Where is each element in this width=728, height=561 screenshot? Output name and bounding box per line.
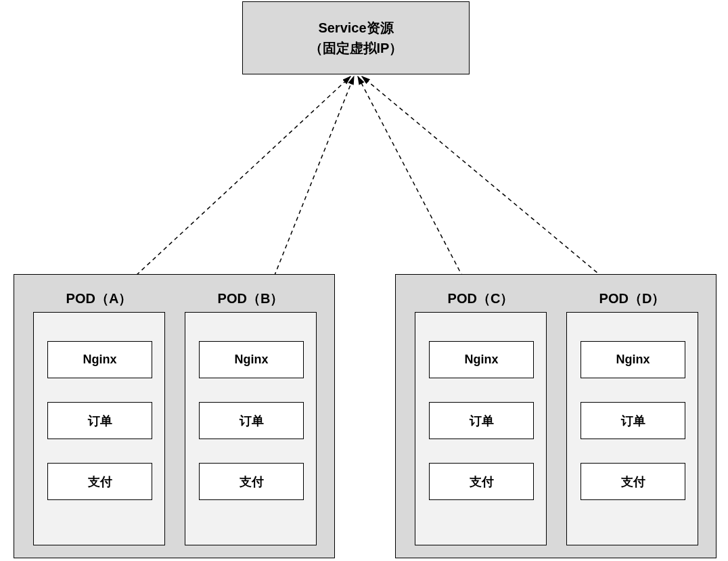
pod-c-item-order: 订单 — [429, 402, 534, 439]
service-title-line2: （固定虚拟IP） — [309, 38, 403, 58]
pod-b-item-payment: 支付 — [199, 463, 304, 500]
pod-a-title: POD（A） — [34, 290, 164, 308]
pod-d-title: POD（D） — [567, 290, 698, 308]
pod-a-item-nginx: Nginx — [47, 341, 152, 378]
service-resource-box: Service资源 （固定虚拟IP） — [242, 1, 470, 74]
pod-d-box: POD（D） Nginx 订单 支付 — [566, 312, 698, 545]
pod-a-item-payment: 支付 — [47, 463, 152, 500]
pod-d-item-order: 订单 — [581, 402, 685, 439]
pod-d-item-nginx: Nginx — [581, 341, 685, 378]
pod-c-box: POD（C） Nginx 订单 支付 — [415, 312, 547, 545]
service-title-line1: Service资源 — [318, 18, 393, 38]
pod-c-title: POD（C） — [415, 290, 546, 308]
pod-a-box: POD（A） Nginx 订单 支付 — [33, 312, 165, 545]
pod-group-left: POD（A） Nginx 订单 支付 POD（B） Nginx 订单 支付 — [14, 274, 335, 558]
pod-c-item-nginx: Nginx — [429, 341, 534, 378]
pod-a-item-order: 订单 — [47, 402, 152, 439]
pod-group-right: POD（C） Nginx 订单 支付 POD（D） Nginx 订单 支付 — [395, 274, 716, 558]
pod-b-item-nginx: Nginx — [199, 341, 304, 378]
pod-d-item-payment: 支付 — [581, 463, 685, 500]
pod-b-box: POD（B） Nginx 订单 支付 — [185, 312, 317, 545]
pod-c-item-payment: 支付 — [429, 463, 534, 500]
pod-b-title: POD（B） — [185, 290, 316, 308]
pod-b-item-order: 订单 — [199, 402, 304, 439]
